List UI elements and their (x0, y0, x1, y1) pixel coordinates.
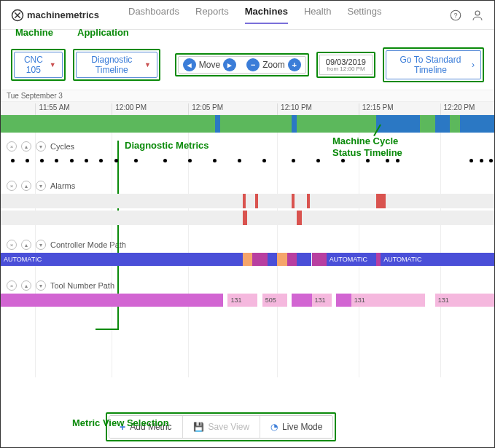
segment[interactable] (268, 253, 278, 266)
alarms-track-2[interactable] (1, 211, 494, 225)
alarm-mark[interactable] (297, 211, 302, 225)
segment[interactable]: AUTOMATIC (1, 253, 243, 266)
cycle-dot[interactable] (11, 159, 15, 162)
status-segment[interactable] (420, 115, 434, 133)
segment[interactable] (312, 253, 327, 266)
status-segment[interactable] (220, 115, 292, 133)
status-segment[interactable] (292, 115, 297, 133)
status-segment[interactable] (297, 115, 375, 133)
user-icon[interactable] (471, 9, 484, 22)
cycle-dot[interactable] (238, 159, 241, 162)
cycle-dot[interactable] (213, 159, 217, 162)
segment[interactable] (292, 294, 311, 307)
alarm-mark[interactable] (376, 194, 386, 208)
segment[interactable]: 505 (262, 294, 287, 307)
lane-moveup-button[interactable]: ▴ (21, 280, 31, 291)
cycle-dot[interactable] (341, 159, 345, 162)
cycle-dot[interactable] (134, 159, 138, 162)
segment[interactable]: AUTOMATIC (381, 253, 494, 266)
live-mode-button[interactable]: ◔ Live Mode (260, 416, 332, 438)
alarm-mark[interactable] (243, 194, 246, 208)
alarm-mark[interactable] (255, 194, 258, 208)
lane-remove-button[interactable]: × (7, 280, 17, 291)
cycle-dot[interactable] (163, 159, 167, 162)
alarm-mark[interactable] (243, 211, 248, 225)
status-segment[interactable] (376, 115, 421, 133)
alarms-track-1[interactable] (1, 194, 494, 208)
cycle-dot[interactable] (316, 159, 320, 162)
nav-right: ? (449, 9, 484, 22)
segment[interactable]: 131 (227, 294, 257, 307)
move-left-button[interactable]: ◂ (183, 58, 196, 71)
cycle-dot[interactable] (188, 159, 192, 162)
tab-machines[interactable]: Machines (245, 6, 288, 24)
controller-track[interactable]: AUTOMATICAUTOMATICAUTOMATIC (1, 253, 494, 266)
segment[interactable]: 131 (435, 294, 494, 307)
status-segment[interactable] (450, 115, 460, 133)
tool-track[interactable]: 131505131131131 (1, 294, 494, 307)
cycle-dot[interactable] (386, 159, 389, 162)
segment[interactable]: 131 (312, 294, 332, 307)
segment[interactable] (297, 253, 311, 266)
tab-dashboards[interactable]: Dashboards (128, 6, 179, 24)
lane-moveup-button[interactable]: ▴ (21, 181, 31, 191)
help-icon[interactable]: ? (449, 9, 462, 22)
cycle-dot[interactable] (26, 159, 29, 162)
lane-movedown-button[interactable]: ▾ (36, 181, 46, 191)
lane-movedown-button[interactable]: ▾ (36, 141, 46, 152)
nav-tabs: Dashboards Reports Machines Health Setti… (128, 6, 381, 24)
segment[interactable] (252, 253, 267, 266)
zoom-out-button[interactable]: − (246, 58, 260, 71)
alarm-mark[interactable] (292, 194, 295, 208)
cycle-dot[interactable] (480, 159, 483, 162)
lane-remove-button[interactable]: × (7, 141, 17, 152)
lane-remove-button[interactable]: × (7, 181, 17, 191)
time-tick: 12:10 PM (277, 103, 312, 116)
status-segment[interactable] (215, 115, 220, 133)
status-timeline[interactable] (1, 115, 494, 133)
segment[interactable]: 131 (351, 294, 426, 307)
segment[interactable] (287, 253, 297, 266)
segment[interactable] (243, 253, 253, 266)
lane-moveup-button[interactable]: ▴ (21, 141, 31, 152)
cycle-dot[interactable] (396, 159, 399, 162)
machine-label: CNC 105 (20, 55, 47, 75)
cycle-dot[interactable] (489, 159, 493, 162)
tab-health[interactable]: Health (304, 6, 332, 24)
cycle-dot[interactable] (55, 159, 58, 162)
cycles-track[interactable] (1, 156, 494, 166)
segment[interactable] (1, 294, 223, 307)
application-dropdown[interactable]: Diagnostic Timeline ▼ (76, 52, 157, 78)
tab-reports[interactable]: Reports (195, 6, 229, 24)
move-right-button[interactable]: ▸ (223, 58, 236, 71)
cycle-dot[interactable] (292, 159, 295, 162)
alarm-mark[interactable] (307, 194, 310, 208)
std-timeline-box: Go To Standard Timeline › (383, 47, 484, 82)
time-tick: 12:05 PM (188, 103, 223, 116)
status-segment[interactable] (435, 115, 450, 133)
lane-moveup-button[interactable]: ▴ (21, 240, 31, 250)
lane-remove-button[interactable]: × (7, 240, 17, 250)
cycle-dot[interactable] (70, 159, 74, 162)
tab-settings[interactable]: Settings (347, 6, 381, 24)
segment[interactable]: AUTOMATIC (327, 253, 376, 266)
standard-timeline-button[interactable]: Go To Standard Timeline › (386, 50, 481, 79)
annot-machine: Machine (15, 27, 53, 38)
cycle-dot[interactable] (469, 159, 473, 162)
lane-movedown-button[interactable]: ▾ (36, 280, 46, 291)
lane-movedown-button[interactable]: ▾ (36, 240, 46, 250)
cycle-dot[interactable] (40, 159, 44, 162)
cycle-dot[interactable] (262, 159, 266, 162)
cycle-dot[interactable] (114, 159, 118, 162)
cycle-dot[interactable] (99, 159, 103, 162)
segment[interactable] (376, 253, 381, 266)
segment[interactable] (277, 253, 287, 266)
segment[interactable] (336, 294, 351, 307)
cycle-dot[interactable] (85, 159, 88, 162)
status-segment[interactable] (1, 115, 215, 133)
date-picker[interactable]: 09/03/2019 from 12:00 PM (319, 55, 373, 76)
machine-dropdown[interactable]: CNC 105 ▼ (14, 52, 63, 78)
cycle-dot[interactable] (366, 159, 370, 162)
status-segment[interactable] (460, 115, 494, 133)
zoom-in-button[interactable]: + (288, 58, 301, 71)
